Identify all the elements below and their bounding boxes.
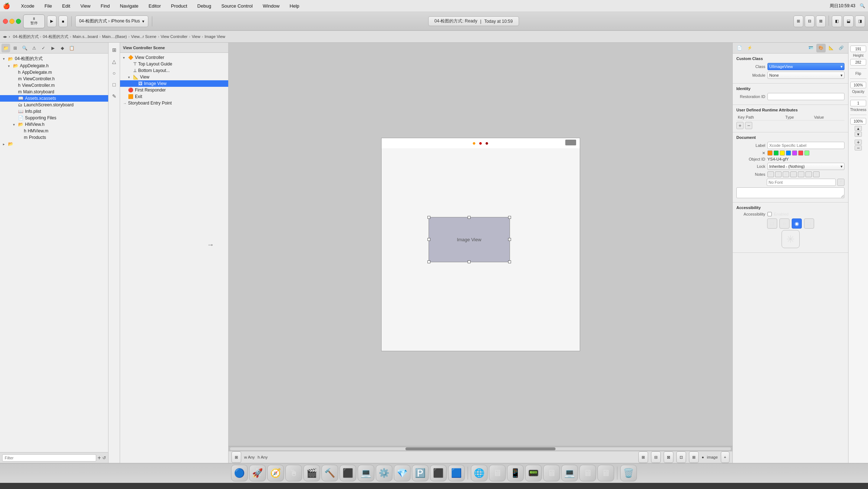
- tree-item-supporting[interactable]: ▾ 📂 HMView.h: [0, 121, 108, 128]
- swatch-orange[interactable]: [767, 150, 773, 156]
- scrollbar-track[interactable]: [230, 447, 731, 450]
- notes-icon-3[interactable]: ≡: [783, 171, 789, 177]
- scene-item-storyboard-entry[interactable]: → Storyboard Entry Point: [120, 100, 228, 106]
- debug-toggle[interactable]: ⬓: [843, 16, 854, 27]
- menu-debug[interactable]: Debug: [195, 3, 213, 9]
- minus-btn[interactable]: −: [855, 145, 862, 150]
- font-input[interactable]: [767, 179, 836, 186]
- scene-item-vc[interactable]: ▾ 🔶 View Controller: [120, 54, 228, 61]
- menu-product[interactable]: Product: [169, 3, 190, 9]
- stepper-down[interactable]: ▼: [855, 132, 862, 137]
- lock-select[interactable]: Inherited - (Nothing) ▾: [767, 163, 844, 170]
- dock-app3[interactable]: 🟦: [448, 465, 465, 481]
- breadcrumb-5[interactable]: View...r Scene: [129, 34, 158, 39]
- inspector-toggle[interactable]: ◨: [855, 16, 865, 27]
- acc-icon-3[interactable]: ◉: [792, 218, 802, 229]
- menu-find[interactable]: Find: [98, 3, 112, 9]
- image-view-widget[interactable]: Image View: [429, 217, 510, 262]
- dock-terminal[interactable]: ⬛: [340, 465, 356, 481]
- udr-add-btn[interactable]: +: [736, 122, 744, 129]
- inspector-tab-quick[interactable]: ⚡: [745, 44, 754, 52]
- swatch-blue[interactable]: [786, 150, 791, 156]
- nav-action-btn[interactable]: ↺: [102, 455, 106, 460]
- swatch-purple[interactable]: [792, 150, 797, 156]
- menu-xcode[interactable]: Xcode: [19, 3, 37, 9]
- navigator-search[interactable]: [2, 454, 96, 462]
- acc-icon-1[interactable]: □: [767, 218, 777, 229]
- swatch-yellow[interactable]: [780, 150, 785, 156]
- canvas-zoom-out[interactable]: +: [721, 451, 729, 463]
- dock-quicktime[interactable]: 🎬: [303, 465, 320, 481]
- acc-icon-4[interactable]: □: [804, 218, 814, 229]
- dock-screen[interactable]: 📱: [507, 465, 524, 481]
- doc-label-input[interactable]: [767, 142, 844, 149]
- dock-sketch[interactable]: 💎: [394, 465, 410, 481]
- notes-icon-4[interactable]: —: [790, 171, 797, 177]
- dock-screen4[interactable]: 💻: [561, 465, 578, 481]
- notes-textarea[interactable]: [736, 187, 844, 198]
- class-select[interactable]: UIImageView ▾: [767, 63, 844, 70]
- slim-icon-4[interactable]: □: [110, 80, 119, 89]
- dock-app2[interactable]: ⬛: [430, 465, 447, 481]
- tree-item-root[interactable]: ▾ 📂 04-检图的方式: [0, 55, 108, 63]
- tree-item-launchscreen[interactable]: 📖 Info.plist: [0, 108, 108, 115]
- menu-edit[interactable]: Edit: [60, 3, 72, 9]
- nav-tab-files[interactable]: 📁: [1, 44, 10, 52]
- inspector-tab-connections[interactable]: 🔗: [837, 44, 846, 52]
- scene-item-first-responder[interactable]: 🔴 First Responder: [120, 87, 228, 93]
- dock-finder[interactable]: 🔵: [231, 465, 248, 481]
- scene-item-exit[interactable]: 🟧 Exit: [120, 93, 228, 100]
- dock-safari[interactable]: 🧭: [267, 465, 284, 481]
- breadcrumb-8[interactable]: Image View: [203, 34, 227, 39]
- nav-tab-debug[interactable]: ▶: [48, 44, 57, 52]
- maximize-button[interactable]: [16, 19, 21, 24]
- scene-item-top-layout[interactable]: ⊤ Top Layout Guide: [120, 61, 228, 67]
- breadcrumb-7[interactable]: View: [190, 34, 202, 39]
- nav-add-btn[interactable]: +: [98, 455, 101, 461]
- tree-item-infoplist[interactable]: 📄 Supporting Files: [0, 115, 108, 121]
- nav-tab-search[interactable]: 🔍: [20, 44, 29, 52]
- slim-icon-1[interactable]: ⊞: [110, 46, 119, 54]
- scene-item-imageview[interactable]: 🖼 Image View: [120, 80, 228, 87]
- notes-icon-2[interactable]: ≡: [775, 171, 782, 177]
- breadcrumb-2[interactable]: 04-检图的方式: [41, 34, 70, 39]
- swatch-red[interactable]: [798, 150, 803, 156]
- run-button[interactable]: ▶: [47, 16, 56, 27]
- breadcrumb-6[interactable]: View Controller: [159, 34, 189, 39]
- stop-btn2[interactable]: ■: [59, 16, 68, 27]
- menu-navigate[interactable]: Navigate: [118, 3, 140, 9]
- slim-icon-3[interactable]: ○: [110, 69, 119, 77]
- editor-version-btn[interactable]: ⊠: [816, 16, 826, 27]
- acc-icon-2[interactable]: ○: [779, 218, 790, 229]
- inspector-tab-file[interactable]: 📄: [735, 44, 744, 52]
- swatch-green[interactable]: [774, 150, 779, 156]
- editor-standard-btn[interactable]: ⊞: [793, 16, 803, 27]
- canvas-align-btn[interactable]: ⊡: [676, 451, 686, 463]
- dock-browser[interactable]: 🌐: [471, 465, 488, 481]
- tree-item-main-storyboard[interactable]: 📖 Assets.xcassets: [0, 95, 108, 102]
- menu-help[interactable]: Help: [288, 3, 302, 9]
- stepper-up[interactable]: ▲: [855, 126, 862, 131]
- dock-trash[interactable]: 🗑️: [620, 465, 637, 481]
- dock-systemprefs[interactable]: ⚙️: [376, 465, 392, 481]
- nav-tab-reports[interactable]: 📋: [67, 44, 76, 52]
- inspector-tab-attributes[interactable]: 🎨: [816, 44, 826, 52]
- plus-btn[interactable]: +: [855, 140, 862, 145]
- scene-item-bottom-layout[interactable]: ⊥ Bottom Layout...: [120, 67, 228, 74]
- tree-item-0[interactable]: ▾ 📂 AppDelegate.h: [0, 63, 108, 69]
- scene-item-view[interactable]: ▾ 📐 View: [120, 74, 228, 80]
- tree-item-hmview-h[interactable]: h HMView.m: [0, 128, 108, 134]
- breadcrumb-3[interactable]: Main.s...board: [71, 34, 99, 39]
- nav-tab-tests[interactable]: ✓: [39, 44, 48, 52]
- tree-item-viewcontroller-h[interactable]: h ViewController.m: [0, 82, 108, 89]
- notes-icon-7[interactable]: ✎: [813, 171, 820, 177]
- breadcrumb-4[interactable]: Main....(Base): [101, 34, 128, 39]
- menu-editor[interactable]: Editor: [146, 3, 163, 9]
- editor-assist-btn[interactable]: ⊟: [805, 16, 814, 27]
- tree-item-appdelegate-h[interactable]: h AppDelegate.m: [0, 69, 108, 76]
- dock-screen6[interactable]: 🖥: [597, 465, 614, 481]
- slim-icon-2[interactable]: △: [110, 57, 119, 66]
- stop-button[interactable]: ⏸ 暂停: [23, 14, 45, 28]
- dock-launchpad[interactable]: 🚀: [249, 465, 266, 481]
- breadcrumb-nav-fwd[interactable]: ▸: [5, 34, 7, 39]
